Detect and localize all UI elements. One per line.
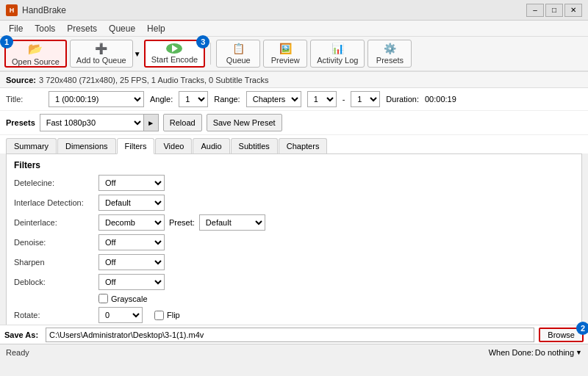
range-from-select[interactable]: 1 — [307, 91, 337, 107]
badge-1: 1 — [0, 35, 13, 48]
save-as-input[interactable] — [46, 328, 534, 342]
detelecine-select[interactable]: Off — [98, 175, 165, 191]
detelecine-label: Detelecine: — [14, 178, 98, 187]
range-label: Range: — [214, 95, 240, 104]
add-queue-icon: ➕ — [95, 43, 107, 54]
filters-section-title: Filters — [14, 160, 574, 170]
duration-label: Duration: — [386, 95, 419, 104]
angle-label: Angle: — [150, 95, 173, 104]
tab-audio[interactable]: Audio — [193, 138, 229, 153]
toolbar-separator-1 — [210, 43, 211, 65]
play-icon — [166, 43, 182, 54]
source-bar: Source: 3 720x480 (721x480), 25 FPS, 1 A… — [0, 72, 588, 88]
grayscale-checkbox[interactable] — [98, 294, 108, 303]
presets-row-label: Presets — [6, 118, 35, 127]
range-select[interactable]: Chapters — [246, 91, 301, 107]
sharpen-select[interactable]: Off — [98, 254, 165, 270]
deblock-row: Deblock: Off — [14, 274, 574, 290]
deinterlace-row: Deinterlace: Decomb Preset: Default — [14, 214, 574, 231]
presets-icon: ⚙️ — [384, 43, 396, 54]
rotate-row: Rotate: 0 Flip — [14, 307, 574, 323]
minimize-button[interactable]: – — [526, 4, 544, 17]
tab-filters[interactable]: Filters — [117, 138, 155, 154]
badge-2: 2 — [576, 322, 588, 335]
title-bar: H HandBrake – □ ✕ — [0, 0, 588, 21]
menu-queue[interactable]: Queue — [103, 22, 141, 35]
source-label: Source: — [6, 76, 36, 84]
sharpen-row: Sharpen Off — [14, 254, 574, 270]
tab-video[interactable]: Video — [155, 138, 192, 153]
maximize-button[interactable]: □ — [545, 4, 563, 17]
denoise-label: Denoise: — [14, 238, 98, 247]
title-select[interactable]: 1 (00:00:19) — [49, 91, 144, 107]
denoise-row: Denoise: Off — [14, 234, 574, 250]
grayscale-row: Grayscale — [14, 294, 574, 303]
title-label: Title: — [6, 95, 43, 104]
interlace-detection-row: Interlace Detection: Default — [14, 195, 574, 211]
denoise-select[interactable]: Off — [98, 234, 165, 250]
flip-label[interactable]: Flip — [154, 311, 180, 320]
presets-select-container: Fast 1080p30 ► — [40, 114, 159, 131]
deinterlace-label: Deinterlace: — [14, 218, 98, 227]
preview-button[interactable]: 🖼️ Preview — [263, 40, 307, 68]
app-icon: H — [6, 4, 18, 16]
menu-bar: File Tools Presets Queue Help — [0, 21, 588, 37]
window-title: HandBrake — [22, 5, 66, 15]
presets-row: Presets Fast 1080p30 ► Reload Save New P… — [0, 111, 588, 135]
menu-tools[interactable]: Tools — [29, 22, 61, 35]
status-bar: Ready When Done: Do nothing ▼ — [0, 344, 588, 360]
tab-summary[interactable]: Summary — [6, 138, 57, 153]
presets-select[interactable]: Fast 1080p30 — [40, 115, 143, 131]
source-text: 3 720x480 (721x480), 25 FPS, 1 Audio Tra… — [39, 76, 268, 84]
when-done-arrow: ▼ — [576, 349, 582, 356]
browse-wrapper: Browse 2 — [539, 328, 584, 342]
queue-button[interactable]: 📋 Queue — [216, 40, 260, 68]
title-row: Title: 1 (00:00:19) Angle: 1 Range: Chap… — [0, 88, 588, 111]
interlace-detection-select[interactable]: Default — [98, 195, 165, 211]
window-controls: – □ ✕ — [526, 4, 582, 17]
range-to-label: - — [343, 95, 345, 104]
start-encode-wrapper: Start Encode 3 — [144, 40, 206, 68]
presets-arrow[interactable]: ► — [143, 115, 158, 131]
save-as-label: Save As: — [4, 330, 41, 339]
when-done[interactable]: When Done: Do nothing ▼ — [489, 348, 582, 357]
save-new-preset-button[interactable]: Save New Preset — [207, 114, 282, 131]
deblock-label: Deblock: — [14, 278, 98, 286]
close-button[interactable]: ✕ — [564, 4, 582, 17]
preview-icon: 🖼️ — [279, 43, 292, 54]
add-to-queue-button[interactable]: ➕ Add to Queue — [70, 40, 133, 68]
deinterlace-select[interactable]: Decomb — [98, 214, 165, 231]
range-to-select[interactable]: 1 — [351, 91, 380, 107]
duration-value: 00:00:19 — [425, 95, 456, 104]
when-done-value: Do nothing — [535, 348, 574, 357]
main-area: 📂 Open Source 1 ➕ Add to Queue ▼ Start E… — [0, 37, 588, 360]
activity-log-button[interactable]: 📊 Activity Log — [310, 40, 365, 68]
open-source-wrapper: 📂 Open Source 1 — [4, 40, 67, 68]
folder-open-icon: 📂 — [28, 42, 43, 56]
reload-button[interactable]: Reload — [163, 114, 202, 131]
toolbar: 📂 Open Source 1 ➕ Add to Queue ▼ Start E… — [0, 37, 588, 72]
flip-checkbox[interactable] — [154, 311, 164, 320]
tab-subtitles[interactable]: Subtitles — [231, 138, 278, 153]
rotate-select[interactable]: 0 — [98, 307, 143, 323]
detelecine-row: Detelecine: Off — [14, 175, 574, 191]
activity-log-icon: 📊 — [331, 43, 344, 54]
angle-select[interactable]: 1 — [179, 91, 208, 107]
interlace-detection-label: Interlace Detection: — [14, 198, 98, 207]
add-queue-dropdown[interactable]: ▼ — [134, 50, 141, 58]
menu-help[interactable]: Help — [141, 22, 171, 35]
menu-file[interactable]: File — [3, 22, 29, 35]
menu-presets[interactable]: Presets — [61, 22, 103, 35]
deinterlace-preset-select[interactable]: Default — [199, 214, 265, 231]
sharpen-label: Sharpen — [14, 258, 98, 267]
deblock-select[interactable]: Off — [98, 274, 165, 290]
add-to-queue-wrapper: ➕ Add to Queue ▼ — [70, 40, 141, 68]
tab-dimensions[interactable]: Dimensions — [57, 138, 115, 153]
grayscale-label[interactable]: Grayscale — [98, 294, 148, 303]
open-source-button[interactable]: 📂 Open Source — [4, 40, 67, 68]
presets-button[interactable]: ⚙️ Presets — [368, 40, 412, 68]
save-as-bar: Save As: Browse 2 — [0, 325, 588, 344]
status-text: Ready — [6, 348, 29, 357]
tab-chapters[interactable]: Chapters — [279, 138, 328, 153]
badge-3: 3 — [196, 35, 209, 48]
